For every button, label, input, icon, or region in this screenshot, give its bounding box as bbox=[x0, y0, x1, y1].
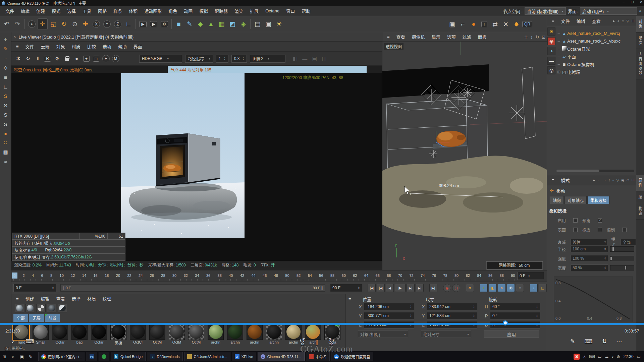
spinner-icon[interactable] bbox=[52, 286, 54, 290]
material-thumbnail[interactable] bbox=[33, 324, 49, 340]
material-thumbnail[interactable] bbox=[52, 324, 68, 340]
clock[interactable]: 22:30 bbox=[624, 354, 634, 359]
material-thumbnail[interactable] bbox=[110, 324, 126, 340]
object-tree-row[interactable]: –▲Aset_nature_rock_S_vbuxc bbox=[556, 37, 636, 45]
timeline-tick[interactable]: 62 bbox=[353, 274, 357, 278]
swap-icon[interactable]: ⇄ bbox=[490, 18, 500, 30]
speaker-icon[interactable]: ♪ bbox=[11, 338, 14, 345]
x-axis-toggle[interactable]: X bbox=[91, 18, 101, 30]
spinner-icon[interactable] bbox=[604, 266, 606, 269]
viewer-menu-item-云端[interactable]: 云端 bbox=[38, 43, 53, 50]
material-item[interactable]: Octar bbox=[90, 324, 108, 346]
object-name[interactable]: Octane日光 bbox=[567, 46, 590, 52]
octane-pill-icon[interactable]: ▬ bbox=[547, 57, 555, 65]
region-render-icon[interactable]: R bbox=[43, 54, 52, 64]
expand-icon[interactable]: ⊞ bbox=[556, 69, 561, 74]
layer-tab-无层[interactable]: 无层 bbox=[29, 314, 44, 322]
snap-grid-icon[interactable]: S bbox=[1, 101, 10, 110]
object-name[interactable]: 电烤箱 bbox=[567, 69, 580, 75]
material-sphere-button[interactable] bbox=[25, 304, 35, 312]
material-menu-item-创建[interactable]: 创建 bbox=[22, 295, 38, 302]
viewport-zoom-icon[interactable]: ↕ bbox=[531, 35, 533, 40]
taskbar-system-icon-2[interactable]: ✎ bbox=[26, 351, 35, 362]
octane-dot-icon[interactable]: ● bbox=[469, 18, 479, 30]
timeline-tick[interactable]: 8 bbox=[50, 274, 52, 278]
sub-region-icon[interactable]: □ bbox=[92, 54, 101, 64]
menubar-item-Octane[interactable]: Octane bbox=[262, 6, 283, 16]
timeline-frame-box[interactable]: 0 F bbox=[517, 272, 544, 280]
material-sphere-button[interactable] bbox=[58, 304, 67, 312]
viewer-menu-item-材质[interactable]: 材质 bbox=[68, 43, 84, 50]
hamburger-icon[interactable]: ≡ bbox=[13, 294, 22, 303]
material-menu-item-编辑[interactable]: 编辑 bbox=[38, 295, 53, 302]
viewport-maximize-icon[interactable]: ⊡ bbox=[542, 35, 545, 40]
viewer-settings-icon[interactable]: ⚙ bbox=[53, 54, 62, 64]
tray-icon-0[interactable]: ∧ bbox=[583, 354, 586, 359]
render-view[interactable]: 1200*2000 缩放:%30 PAN:-43,-88 bbox=[11, 73, 382, 261]
menubar-item-编辑[interactable]: 编辑 bbox=[17, 6, 33, 16]
spline-pen-icon[interactable]: ✎ bbox=[184, 18, 195, 30]
material-item[interactable]: archn bbox=[226, 324, 244, 346]
object-manager-menu-item-文件[interactable]: 文件 bbox=[558, 18, 573, 24]
next-key-button[interactable]: ▶| bbox=[416, 284, 424, 292]
render-button-icon[interactable]: ▶ bbox=[149, 18, 159, 30]
timeline-tick[interactable]: 12 bbox=[71, 274, 75, 278]
subdivision-icon[interactable]: ◆ bbox=[195, 18, 205, 30]
timeline-tick[interactable]: 20 bbox=[116, 274, 120, 278]
viewport-menu-item-查看[interactable]: 查看 bbox=[393, 34, 409, 40]
viewport-scene[interactable]: 398.24 cm Y X ✛ 网格间距：50 cm bbox=[382, 42, 547, 270]
checkbox-启用[interactable] bbox=[573, 218, 578, 223]
timeline-tick[interactable]: 66 bbox=[376, 274, 380, 278]
object-tree-scrollbar[interactable] bbox=[556, 170, 634, 172]
attribute-toolbar-icon-1[interactable]: ← bbox=[597, 178, 601, 182]
focus-picker-icon[interactable]: F bbox=[101, 54, 110, 64]
checkbox-预览[interactable]: ✓ bbox=[598, 218, 602, 223]
slider-半径[interactable] bbox=[610, 246, 634, 252]
viewer-menu-item-界面[interactable]: 界面 bbox=[130, 43, 146, 50]
object-manager-menu-item-查看[interactable]: 查看 bbox=[589, 18, 604, 24]
taskbar-app[interactable]: Ps bbox=[87, 352, 97, 361]
object-name[interactable]: Octane摄像机 bbox=[567, 61, 594, 67]
polygons-mode-icon[interactable]: ■ bbox=[1, 73, 10, 81]
attribute-toolbar-icon-5[interactable]: ▽ bbox=[616, 178, 619, 182]
region-field[interactable]: 0.3 bbox=[231, 55, 247, 63]
material-item[interactable]: bag bbox=[70, 324, 89, 346]
timeline-tick[interactable]: 86 bbox=[488, 274, 492, 278]
attribute-tab-对象轴心[interactable]: 对象轴心 bbox=[565, 196, 587, 204]
chat-icon[interactable]: ⌨ bbox=[26, 338, 34, 345]
material-picker-icon[interactable]: M bbox=[111, 54, 120, 64]
pass-dropdown[interactable]: 图像2 bbox=[250, 55, 285, 63]
prev-key-button[interactable]: |◀ bbox=[377, 284, 385, 292]
material-menu-item-材质[interactable]: 材质 bbox=[84, 295, 99, 302]
keyframe-settings-button[interactable]: ⚙ bbox=[466, 284, 474, 292]
material-item[interactable]: 黑搪 bbox=[109, 324, 127, 346]
taskbar-app[interactable]: 魔顿网-10个室内 H... bbox=[38, 352, 85, 361]
clay-mode-icon[interactable]: ● bbox=[72, 54, 81, 64]
spinner-icon[interactable] bbox=[242, 57, 244, 60]
close-button[interactable]: ✕ bbox=[640, 0, 643, 4]
timeline-tick[interactable]: 36 bbox=[206, 274, 210, 278]
object-name[interactable]: Aset_nature_rock_S_vbuxc bbox=[567, 39, 621, 44]
scale-tool-icon[interactable]: ◱ bbox=[48, 18, 58, 30]
material-item[interactable]: Small bbox=[32, 324, 50, 346]
add-region-icon[interactable]: + bbox=[82, 54, 91, 64]
y-axis-toggle[interactable]: Y bbox=[102, 18, 112, 30]
generator-icon[interactable]: ▲ bbox=[206, 18, 216, 30]
preview-range-slider[interactable]: ∥ 0 F 90 F ∥ bbox=[60, 284, 325, 292]
viewport-pan-icon[interactable]: ✛ bbox=[524, 35, 528, 40]
taskbar-system-icon-1[interactable]: ▣ bbox=[17, 351, 26, 362]
octane-environment-icon[interactable]: ◑ bbox=[547, 47, 555, 55]
material-thumbnail[interactable] bbox=[285, 324, 302, 340]
spinner-icon[interactable] bbox=[473, 305, 475, 308]
timeline-tick[interactable]: 22 bbox=[127, 274, 131, 278]
viewport-menu-item-面板[interactable]: 面板 bbox=[475, 34, 490, 40]
sogou-icon[interactable]: S bbox=[574, 354, 580, 360]
material-item[interactable]: archn bbox=[265, 324, 283, 346]
spinner-icon[interactable] bbox=[410, 314, 412, 317]
menubar-item-帮助[interactable]: 帮助 bbox=[298, 6, 314, 16]
field-强度[interactable]: 100 % bbox=[571, 255, 608, 262]
live-viewer-titlebar[interactable]: × Live Viewer [Studio+] 2022.1 [肖意行定制版] … bbox=[11, 32, 382, 42]
viewport-menu-item-过滤[interactable]: 过滤 bbox=[459, 34, 475, 40]
timeline-tick[interactable]: 16 bbox=[94, 274, 98, 278]
menubar-item-动画[interactable]: 动画 bbox=[180, 6, 196, 16]
